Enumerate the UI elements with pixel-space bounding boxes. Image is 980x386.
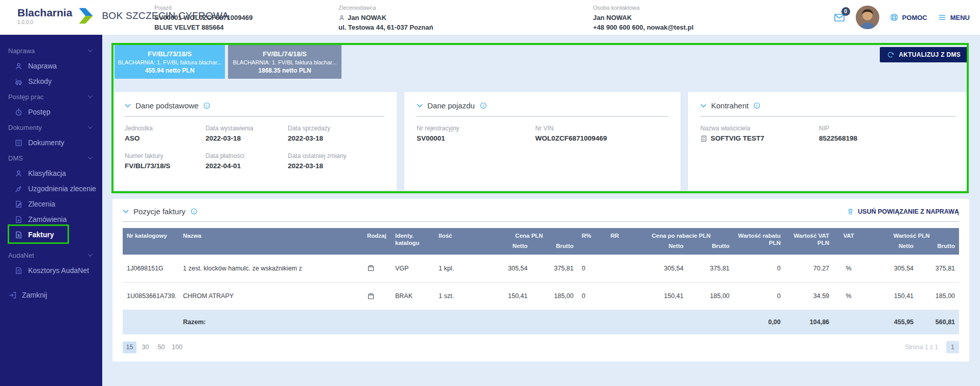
item-label: Faktury — [28, 231, 54, 239]
info-icon[interactable] — [190, 208, 198, 215]
field: Nr rejestracyjny SV00001 — [417, 125, 535, 142]
chevron-down-icon — [87, 49, 93, 53]
field: Data sprzedaży 2022-03-18 — [288, 125, 384, 142]
field: Nr VIN WOL0ZCF6871009469 — [535, 125, 668, 142]
col-vat: VAT — [833, 228, 864, 255]
help-label: POMOC — [902, 14, 927, 21]
field: Data płatności 2022-04-01 — [206, 152, 288, 170]
section-title: Pozycje faktury — [133, 207, 186, 216]
archive-icon — [14, 139, 23, 147]
sidebar-item-naprawa[interactable]: Naprawa — [0, 58, 102, 74]
collapse-chevron-icon[interactable] — [700, 104, 706, 108]
user-icon — [338, 14, 345, 21]
card-dane-pojazdu: Dane pojazdu Nr rejestracyjny SV00001 Nr… — [404, 92, 680, 190]
page-size-50[interactable]: 50 — [154, 342, 168, 353]
info-icon[interactable] — [753, 102, 761, 109]
principal-label: Zleceniodawca — [338, 5, 433, 11]
document-download-icon — [14, 215, 23, 224]
field: Data wystawienia 2022-03-18 — [206, 125, 288, 142]
sidebar-item-postep[interactable]: Postęp — [0, 104, 102, 120]
section-label: AudaNet — [8, 252, 34, 259]
sidebar-item-kosztorys-audanet[interactable]: Kosztorys AudaNet — [0, 263, 102, 278]
sidebar-item-szkody[interactable]: Szkody — [0, 74, 102, 89]
app-name: Blacharnia — [17, 7, 72, 18]
invoice-tab-2[interactable]: FV/BL/74/18/S BLACHARNIA: 1. FV/BL faktu… — [228, 45, 341, 79]
messages-button[interactable]: 0 — [833, 11, 846, 24]
sidebar-section-postep-prac[interactable]: Postęp prac — [0, 89, 102, 104]
col-cena-po-rabacie: Cena po rabacie PLN — [629, 228, 734, 241]
tab-code: FV/BL/74/18/S — [263, 50, 307, 58]
messages-badge: 0 — [841, 7, 850, 16]
table-row: 1J0698151G 1 zest. klocków hamulc. ze ws… — [123, 255, 959, 282]
subcol-netto: Netto — [481, 241, 532, 255]
sidebar-item-dokumenty[interactable]: Dokumenty — [0, 135, 102, 150]
page-size-15[interactable]: 15 — [123, 342, 136, 353]
sidebar-item-klasyfikacja[interactable]: Klasyfikacja — [0, 166, 102, 181]
menu-label: MENU — [950, 14, 970, 21]
tab-code: FV/BL/73/18/S — [148, 50, 192, 58]
invoice-items-table: Nr katalogowy Nazwa Rodzaj Identy. katal… — [123, 228, 959, 334]
sidebar-section-audanet[interactable]: AudaNet — [0, 247, 102, 263]
trash-icon — [847, 208, 854, 215]
menu-button[interactable]: MENU — [938, 13, 970, 21]
field: Jednostka ASO — [125, 125, 206, 142]
invoice-tab-1[interactable]: FV/BL/73/18/S BLACHARNIA: 1. FV/BL faktu… — [115, 45, 225, 79]
info-icon[interactable] — [480, 102, 487, 109]
tab-description: BLACHARNIA: 1. FV/BL faktura blachar... — [233, 59, 336, 65]
sidebar-section-dokumenty[interactable]: Dokumenty — [0, 120, 102, 135]
sidebar-item-zamknij[interactable]: Zamknij — [0, 287, 102, 303]
item-label: Szkody — [28, 77, 52, 85]
user-avatar[interactable] — [856, 6, 879, 29]
table-row: 1U0853661A739. CHROM ATRAPY BRAK 1 szt. … — [123, 282, 959, 310]
divider — [417, 116, 668, 117]
collapse-chevron-icon[interactable] — [417, 104, 423, 108]
sidebar: Naprawa Naprawa Szkody Postęp prac Postę… — [0, 35, 102, 386]
page-size-30[interactable]: 30 — [139, 342, 152, 353]
page-info: Strona 1 z 1 — [905, 344, 938, 351]
divider — [125, 116, 384, 117]
col-rr: RR — [601, 228, 629, 255]
item-label: Kosztorys AudaNet — [28, 266, 89, 275]
connector-icon — [14, 185, 23, 193]
update-from-dms-button[interactable]: AKTUALIZUJ Z DMS — [880, 47, 968, 62]
col-nazwa: Nazwa — [179, 228, 363, 255]
sidebar-section-naprawa[interactable]: Naprawa — [0, 43, 102, 58]
item-label: Naprawa — [28, 62, 57, 70]
building-icon — [700, 135, 708, 142]
vehicle-info: Pojazd SV00001 WOL0ZCF6871009469 BLUE VE… — [154, 5, 253, 32]
invoice-tabs: FV/BL/73/18/S BLACHARNIA: 1. FV/BL faktu… — [115, 45, 341, 79]
help-button[interactable]: POMOC — [890, 13, 927, 22]
collapse-chevron-icon[interactable] — [123, 210, 129, 214]
sidebar-item-zlecenia[interactable]: Zlecenia — [0, 196, 102, 212]
sidebar-item-uzgodnienia-zlecenie[interactable]: Uzgodnienia zlecenie — [0, 181, 102, 196]
col-rodzaj: Rodzaj — [363, 228, 391, 255]
subcol-brutto: Brutto — [688, 241, 734, 255]
chevron-down-icon — [87, 254, 93, 257]
sidebar-item-faktury[interactable]: $ Faktury — [0, 227, 102, 242]
col-wartosc-rabatu: Wartość rabatu PLN — [734, 228, 785, 255]
col-nr-katalogowy: Nr katalogowy — [123, 228, 179, 255]
contact-info: Osoba kontaktowa Jan NOWAK +48 900 600 6… — [593, 5, 694, 32]
contact-name: Jan NOWAK — [593, 13, 632, 22]
item-label: Zamknij — [22, 291, 47, 299]
principal-address: ul. Testowa 44, 61-037 Poznań — [338, 22, 433, 32]
col-ilosc: Ilość — [435, 228, 481, 255]
car-crash-icon — [14, 77, 23, 86]
remove-repair-link-button[interactable]: USUŃ POWIĄZANIE Z NAPRAWĄ — [847, 208, 959, 215]
vehicle-line2: BLUE VELVET 885664 — [154, 22, 224, 32]
field: Nazwa właściciela SOFTVIG TEST7 — [700, 125, 819, 142]
pagination: 15 30 50 100 Strona 1 z 1 1 — [123, 341, 959, 353]
page-size-100[interactable]: 100 — [170, 342, 184, 353]
contact-phone-email: +48 900 600 600, nowak@test.pl — [593, 22, 694, 32]
principal-name: Jan NOWAK — [348, 13, 386, 22]
sidebar-section-dms[interactable]: DMS — [0, 150, 102, 166]
section-label: DMS — [8, 154, 23, 162]
chevron-down-icon — [87, 126, 93, 129]
col-wartosc-vat: Wartość VAT PLN — [785, 228, 833, 255]
sidebar-item-zamowienia[interactable]: Zamówienia — [0, 212, 102, 227]
divider — [700, 116, 956, 117]
page-1-button[interactable]: 1 — [946, 341, 959, 353]
info-icon[interactable] — [203, 102, 211, 109]
hamburger-icon — [938, 13, 947, 21]
collapse-chevron-icon[interactable] — [125, 104, 131, 108]
